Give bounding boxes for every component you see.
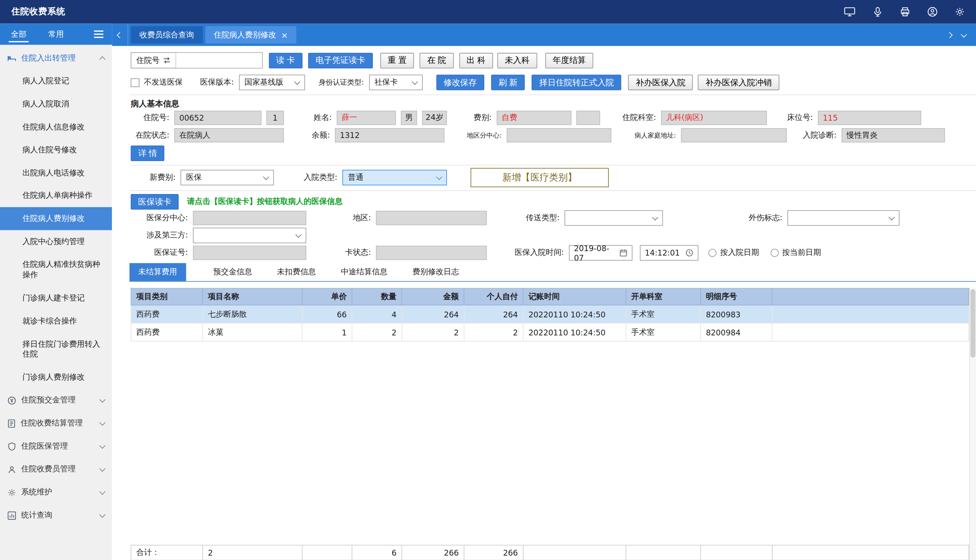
- sidebar-item-admit-register[interactable]: 病人入院登记: [0, 70, 112, 92]
- app-window: 住院收费系统 全部 常用 住院入出转管理 病人入院登记: [0, 0, 976, 560]
- chevron-down-icon: [294, 79, 300, 85]
- cell: [700, 545, 772, 560]
- sidebar-tab-all[interactable]: 全部: [0, 24, 37, 45]
- sidebar-group-maintenance[interactable]: 系统维护: [0, 481, 112, 504]
- top-bar: 住院收费系统: [0, 0, 976, 24]
- col-record-time: 记账时间: [523, 288, 626, 305]
- settings-icon[interactable]: [955, 7, 965, 17]
- sidebar-item-phone-modify[interactable]: 出院病人电话修改: [0, 162, 112, 184]
- fee-change-row: 新费别: 医保 入院类型: 普通 新增【医疗类别】: [112, 168, 976, 187]
- menu-icon[interactable]: [94, 33, 103, 35]
- sidebar-item-admit-center[interactable]: 入院中心预约管理: [0, 230, 112, 253]
- in-hospital-button[interactable]: 在 院: [419, 53, 453, 68]
- tab-deposit-info[interactable]: 预交金信息: [201, 263, 264, 281]
- sidebar-item-outpatient-fee-modify[interactable]: 门诊病人费别修改: [0, 366, 112, 389]
- tab-cashier-query[interactable]: 收费员综合查询: [130, 26, 202, 43]
- close-icon[interactable]: ×: [281, 31, 288, 39]
- sidebar-item-fee-type-modify[interactable]: 住院病人费别修改: [0, 207, 112, 230]
- total-self-pay: 266: [464, 545, 523, 560]
- makeup-admission-button[interactable]: 补办医保入院: [628, 75, 693, 90]
- chart-icon: [7, 511, 16, 520]
- admit-time-input[interactable]: 14:12:01: [640, 245, 699, 261]
- read-card-button[interactable]: 读 卡: [269, 53, 302, 68]
- sidebar-item-card-ops[interactable]: 就诊卡综合操作: [0, 310, 112, 332]
- sidebar-group-settlement[interactable]: 住院收费结算管理: [0, 412, 112, 435]
- id-auth-label: 身份认证类型:: [319, 78, 369, 87]
- sidebar-item-card-register[interactable]: 门诊病人建卡登记: [0, 287, 112, 309]
- card-status-value: [376, 246, 487, 260]
- chevron-down-icon: [99, 420, 105, 426]
- new-fee-select[interactable]: 医保: [180, 170, 274, 185]
- sidebar-tab-common[interactable]: 常用: [37, 24, 75, 45]
- sidebar-item-outpatient-transfer[interactable]: 择日住院门诊费用转入住院: [0, 332, 112, 366]
- tab-midway-settlement[interactable]: 中途结算信息: [329, 263, 400, 281]
- sidebar-item-single-disease[interactable]: 住院病人单病种操作: [0, 184, 112, 207]
- admit-date-input[interactable]: 2019-08-07: [569, 245, 633, 261]
- sidebar-item-admit-cancel[interactable]: 病人入院取消: [0, 93, 112, 115]
- not-admitted-button[interactable]: 未入科: [497, 53, 537, 68]
- address-label: 病人家庭地址:: [624, 131, 681, 140]
- out-dept-button[interactable]: 出 科: [459, 53, 493, 68]
- sidebar-item-poverty-disease[interactable]: 住院病人精准扶贫病种操作: [0, 253, 112, 287]
- sidebar-group-insurance[interactable]: 住院医保管理: [0, 435, 112, 458]
- tab-fee-modify-log[interactable]: 费别修改日志: [400, 263, 471, 281]
- printer-icon[interactable]: [900, 7, 910, 17]
- transfer-type-select[interactable]: [565, 210, 663, 226]
- collapse-sidebar-button[interactable]: [112, 24, 128, 46]
- table-row[interactable]: 西药费 冰菓 1 2 2 2 20220110 10:24:50 手术室 820…: [131, 323, 969, 341]
- sub-center-label: 医保分中心:: [130, 213, 193, 223]
- third-party-select[interactable]: [193, 228, 306, 243]
- radio-admit-date[interactable]: [709, 249, 717, 257]
- trauma-flag-label: 外伤标志:: [744, 213, 787, 223]
- save-modify-button[interactable]: 修改保存: [436, 75, 484, 90]
- user-icon[interactable]: [928, 7, 937, 17]
- third-party-label: 涉及第三方:: [130, 230, 193, 241]
- id-auth-select[interactable]: 社保卡: [369, 75, 422, 90]
- device-icon[interactable]: [844, 7, 855, 17]
- sidebar-item-no-modify[interactable]: 病人住院号修改: [0, 138, 112, 161]
- reset-button[interactable]: 重 置: [380, 53, 414, 68]
- admit-type-label: 入院类型:: [300, 172, 342, 183]
- cell: 冰菓: [203, 323, 302, 341]
- sidebar-group-label: 住院收费员管理: [21, 464, 75, 475]
- radio-current-date[interactable]: [770, 249, 779, 257]
- cell: 66: [302, 305, 352, 323]
- annual-settle-button[interactable]: 年度结算: [545, 53, 593, 68]
- col-unit-price: 单价: [302, 288, 352, 305]
- sidebar-item-info-modify[interactable]: 住院病人信息修改: [0, 115, 112, 138]
- sidebar-group-statistics[interactable]: 统计查询: [0, 504, 112, 527]
- divider: [130, 95, 976, 95]
- e-cert-read-button[interactable]: 电子凭证读卡: [308, 53, 373, 68]
- chevron-down-icon[interactable]: [961, 31, 967, 37]
- coin-icon: [7, 396, 16, 405]
- no-send-insurance-checkbox[interactable]: [130, 78, 139, 87]
- table-scrollbar[interactable]: [969, 288, 976, 560]
- admission-no-input[interactable]: [176, 53, 262, 68]
- insurance-version-select[interactable]: 国家基线版: [239, 75, 305, 90]
- microphone-icon[interactable]: [872, 7, 882, 17]
- balance-label: 余额:: [307, 130, 334, 141]
- admission-no-label-box: 住院号: [131, 53, 176, 68]
- sidebar-group-deposit[interactable]: 住院预交金管理: [0, 389, 112, 412]
- makeup-reversal-button[interactable]: 补办医保入院冲销: [698, 75, 779, 90]
- trauma-flag-select[interactable]: [787, 210, 899, 226]
- admit-type-select[interactable]: 普通: [343, 170, 447, 185]
- select-value: 医保: [186, 172, 202, 183]
- cell: 8200984: [700, 323, 772, 341]
- tab-unsettled-fees[interactable]: 未结算费用: [130, 263, 186, 281]
- refresh-button[interactable]: 刷 新: [491, 75, 525, 90]
- detail-button[interactable]: 详 情: [130, 145, 164, 161]
- tab-undeducted-info[interactable]: 未扣费信息: [264, 263, 329, 281]
- chevron-right-icon[interactable]: [946, 32, 953, 38]
- sidebar-group-cashier[interactable]: 住院收费员管理: [0, 458, 112, 481]
- chevron-down-icon: [296, 232, 302, 238]
- age-value: 24岁: [422, 111, 447, 125]
- scrollbar-thumb[interactable]: [971, 289, 976, 357]
- sidebar-group-inout[interactable]: 住院入出转管理: [0, 47, 112, 70]
- transfer-formal-button[interactable]: 择日住院转正式入院: [532, 75, 621, 90]
- table-row[interactable]: 西药费 七步断肠散 66 4 264 264 20220110 10:24:50…: [131, 305, 969, 323]
- status-label: 在院状态:: [130, 130, 174, 141]
- chevron-up-icon: [99, 56, 105, 62]
- tab-fee-type-modify[interactable]: 住院病人费别修改 ×: [205, 26, 297, 43]
- insurance-read-button[interactable]: 医保读卡: [130, 194, 179, 210]
